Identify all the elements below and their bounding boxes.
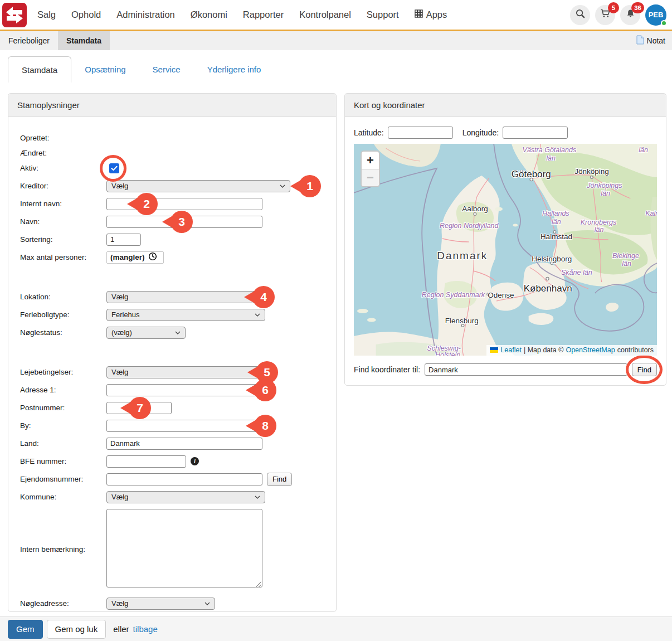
- leaflet-map[interactable]: Västra Götalands län län Göteborg Jönköp…: [354, 144, 657, 356]
- save-and-close-button[interactable]: Gem og luk: [47, 620, 106, 639]
- land-input[interactable]: [106, 438, 262, 450]
- ejendomsnummer-label: Ejendomsnummer:: [20, 475, 106, 483]
- map-label: län: [546, 154, 556, 162]
- nav-item-rapporter[interactable]: Rapporter: [243, 9, 284, 20]
- annotation-badge-4: 4: [252, 286, 275, 308]
- chevron-down-icon: [175, 331, 181, 334]
- clock-icon: [148, 252, 157, 263]
- kort-og-koordinater-card: Kort og koordinater Latitude: Longitude:: [344, 93, 666, 386]
- ferieboligtype-select[interactable]: Feriehus: [106, 309, 265, 321]
- openstreetmap-link[interactable]: OpenStreetMap: [566, 346, 615, 354]
- map-label: Kronobergs: [581, 218, 617, 226]
- chevron-down-icon: [255, 313, 260, 317]
- note-page-icon: [636, 35, 644, 46]
- save-button[interactable]: Gem: [8, 620, 43, 639]
- map-label: Hallands: [542, 210, 569, 217]
- notat-button[interactable]: Notat: [636, 31, 672, 50]
- adresse1-input[interactable]: [106, 384, 262, 396]
- cart-count-badge: 5: [608, 2, 619, 13]
- back-link[interactable]: tilbage: [133, 624, 158, 634]
- find-koordinater-label: Find koordinater til:: [354, 365, 420, 374]
- lokation-select[interactable]: Vælg: [106, 291, 265, 303]
- noeglestatus-select[interactable]: (vælg): [106, 327, 186, 339]
- nav-item-apps[interactable]: Apps: [415, 9, 447, 20]
- intern-bemaerkning-label: Intern bemærkning:: [20, 545, 106, 553]
- map-label: län: [639, 146, 648, 154]
- notifications-button[interactable]: 36: [620, 5, 640, 25]
- nav-item-salg[interactable]: Salg: [37, 9, 56, 20]
- adresse1-label: Adresse 1:: [20, 386, 106, 394]
- app-logo-icon[interactable]: [2, 3, 27, 27]
- latitude-input[interactable]: [388, 127, 453, 139]
- aktiv-checkbox[interactable]: [109, 163, 119, 173]
- tab-opsaetning[interactable]: Opsætning: [71, 56, 139, 82]
- map-label: Odense: [488, 290, 514, 299]
- kommune-label: Kommune:: [20, 493, 106, 501]
- tab-stamdata[interactable]: Stamdata: [8, 56, 71, 82]
- tab-yderligere-info[interactable]: Yderligere info: [194, 56, 275, 82]
- action-bar: Gem Gem og luk eller tilbage: [0, 616, 672, 641]
- map-label: Västra Götalands: [523, 146, 577, 154]
- coordinates-row: Latitude: Longitude:: [345, 117, 666, 143]
- map-label: Holstein: [435, 351, 460, 356]
- find-coordinates-row: Find koordinater til: Find: [345, 356, 666, 385]
- map-label: Region Syddanmark: [422, 291, 485, 299]
- map-label: Aalborg: [462, 205, 488, 213]
- bfe-nummer-input[interactable]: [106, 455, 186, 468]
- find-koordinater-input[interactable]: [425, 363, 627, 376]
- ejendomsnummer-find-button[interactable]: Find: [267, 473, 292, 486]
- map-label: Kalm: [645, 210, 657, 217]
- sortering-input[interactable]: [106, 234, 141, 246]
- map-label: län: [552, 218, 561, 226]
- latitude-label: Latitude:: [354, 128, 384, 137]
- ejendomsnummer-input[interactable]: [106, 473, 262, 485]
- chevron-down-icon: [255, 496, 260, 499]
- breadcrumb-stamdata[interactable]: Stamdata: [58, 31, 110, 50]
- kommune-select[interactable]: Vælg: [106, 491, 265, 503]
- intern-bemaerkning-textarea[interactable]: [106, 509, 262, 587]
- map-label: Region Nordjylland: [440, 222, 499, 230]
- top-navigation: Salg Ophold Administration Økonomi Rappo…: [0, 0, 672, 31]
- bfe-nummer-label: BFE nummer:: [20, 457, 106, 465]
- nav-item-administration[interactable]: Administration: [116, 9, 175, 20]
- internt-navn-label: Internt navn:: [20, 200, 106, 208]
- page: Salg Ophold Administration Økonomi Rappo…: [0, 0, 672, 641]
- postnummer-label: Postnummer:: [20, 404, 106, 412]
- map-zoom-control: + −: [361, 150, 380, 187]
- map-label: Jönköpings: [587, 182, 622, 190]
- info-icon[interactable]: i: [191, 457, 199, 465]
- cart-button[interactable]: 5: [595, 5, 615, 25]
- ukraine-flag-icon: [490, 347, 498, 353]
- kreditor-label: Kreditor:: [20, 182, 106, 190]
- lokation-label: Lokation:: [20, 293, 106, 301]
- map-find-button[interactable]: Find: [632, 363, 657, 376]
- nav-item-support[interactable]: Support: [367, 9, 399, 20]
- map-label: Danmark: [437, 250, 488, 262]
- zoom-out-button[interactable]: −: [362, 169, 379, 186]
- main-content: Stamoplysninger Oprettet: Ændret: Aktiv:…: [8, 93, 666, 612]
- annotation-badge-1: 1: [299, 175, 321, 197]
- map-label: Blekinge: [612, 252, 639, 260]
- aktiv-label: Aktiv:: [20, 164, 106, 172]
- search-button[interactable]: [570, 5, 590, 25]
- zoom-in-button[interactable]: +: [362, 152, 379, 169]
- nav-item-kontrolpanel[interactable]: Kontrolpanel: [299, 9, 351, 20]
- noegleadresse-select[interactable]: Vælg: [106, 598, 215, 610]
- nav-item-okonomi[interactable]: Økonomi: [191, 9, 227, 20]
- map-attribution: Leaflet | Map data © OpenStreetMap contr…: [486, 345, 657, 356]
- annotation-badge-8: 8: [254, 415, 276, 437]
- by-input[interactable]: [106, 420, 262, 432]
- leaflet-link[interactable]: Leaflet: [500, 346, 522, 354]
- noegleadresse-label: Nøgleadresse:: [20, 599, 106, 608]
- annotation-badge-2: 2: [135, 193, 158, 215]
- map-label: København: [524, 283, 572, 294]
- longitude-input[interactable]: [503, 127, 568, 139]
- tab-service[interactable]: Service: [139, 56, 194, 82]
- user-avatar[interactable]: PEB: [645, 4, 666, 26]
- max-antal-personer-value[interactable]: (mangler): [106, 251, 164, 264]
- lejebetingelser-select[interactable]: Vælg: [106, 366, 265, 378]
- breadcrumb-ferieboliger[interactable]: Ferieboliger: [0, 31, 58, 50]
- kreditor-select[interactable]: Vælg: [106, 180, 290, 192]
- noeglestatus-label: Nøglestatus:: [20, 328, 106, 337]
- nav-item-ophold[interactable]: Ophold: [71, 9, 101, 20]
